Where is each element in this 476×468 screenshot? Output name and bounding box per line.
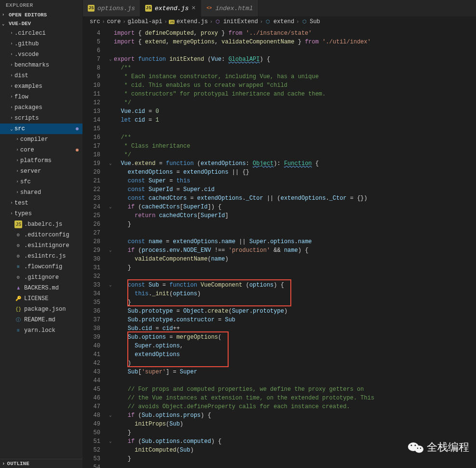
code-line[interactable]: // For props and computed properties, we… xyxy=(114,385,476,394)
fold-icon[interactable]: ⌄ xyxy=(107,203,114,211)
fold-icon[interactable]: ⌄ xyxy=(107,159,114,168)
code-line[interactable]: // avoids Object.defineProperty calls fo… xyxy=(114,402,476,411)
code-line[interactable]: const cachedCtors = extendOptions._Ctor … xyxy=(114,194,476,203)
tree-item[interactable]: ♟BACKERS.md xyxy=(0,283,82,293)
tree-item[interactable]: ›dist xyxy=(0,70,82,81)
code-line[interactable]: import { defineComputed, proxy } from '.… xyxy=(114,29,476,38)
code-line[interactable]: const SuperId = Super.cid xyxy=(114,185,476,194)
breadcrumb-item[interactable]: Sub xyxy=(310,18,320,25)
code-line[interactable]: } xyxy=(114,428,476,437)
tab[interactable]: JSextend.js× xyxy=(140,0,201,16)
code-line[interactable]: if (process.env.NODE_ENV !== 'production… xyxy=(114,246,476,255)
code-line[interactable]: * cid. This enables us to create wrapped… xyxy=(114,81,476,90)
code-editor[interactable]: 4567891011121314151617181920212223242526… xyxy=(83,27,476,468)
outline-section[interactable]: › OUTLINE xyxy=(0,459,82,468)
code-line[interactable]: const name = extendOptions.name || Super… xyxy=(114,237,476,246)
code-line[interactable]: */ xyxy=(114,98,476,107)
tree-item[interactable]: ⚙.gitignore xyxy=(0,272,82,283)
code-line[interactable]: if (Sub.options.props) { xyxy=(114,411,476,420)
tree-item[interactable]: ›packages xyxy=(0,102,82,113)
code-line[interactable]: ) xyxy=(114,359,476,368)
code-line[interactable] xyxy=(114,376,476,385)
code-line[interactable]: initProps(Sub) xyxy=(114,420,476,428)
code-line[interactable]: Sub.options = mergeOptions( xyxy=(114,333,476,342)
code-line[interactable]: } xyxy=(114,298,476,307)
fold-icon[interactable]: ⌄ xyxy=(107,55,114,64)
breadcrumb-item[interactable]: src xyxy=(90,18,100,25)
code-line[interactable]: } xyxy=(114,220,476,229)
code-line[interactable]: * constructors" for prototypal inheritan… xyxy=(114,90,476,98)
tree-item[interactable]: ›test xyxy=(0,198,82,208)
tab[interactable]: <>index.html xyxy=(201,0,258,16)
code-line[interactable]: /** xyxy=(114,64,476,72)
tree-item[interactable]: ›core xyxy=(0,145,82,155)
code-line[interactable]: /** xyxy=(114,133,476,142)
code-line[interactable]: * Class inheritance xyxy=(114,142,476,151)
tree-item[interactable]: ›.circleci xyxy=(0,28,82,39)
breadcrumb-item[interactable]: initExtend xyxy=(223,18,258,25)
code-line[interactable]: Sub.prototype.constructor = Sub xyxy=(114,316,476,324)
fold-icon[interactable]: ⌄ xyxy=(107,281,114,289)
code-line[interactable]: return cachedCtors[SuperId] xyxy=(114,211,476,220)
breadcrumb-item[interactable]: extend.js xyxy=(177,18,208,25)
tree-item[interactable]: ›server xyxy=(0,166,82,177)
tree-item[interactable]: ⚙.eslintrc.js xyxy=(0,251,82,262)
tree-item[interactable]: ›compiler xyxy=(0,134,82,145)
tree-item[interactable]: ⓘREADME.md xyxy=(0,315,82,325)
code-line[interactable]: */ xyxy=(114,151,476,159)
tree-item[interactable]: ›platforms xyxy=(0,155,82,166)
code-line[interactable]: Super.options, xyxy=(114,342,476,350)
code-line[interactable]: validateComponentName(name) xyxy=(114,255,476,263)
tree-item[interactable]: ›examples xyxy=(0,81,82,92)
code-line[interactable]: let cid = 1 xyxy=(114,116,476,124)
tree-item[interactable]: ⚙.editorconfig xyxy=(0,230,82,240)
tree-item[interactable]: {}package.json xyxy=(0,304,82,315)
fold-icon[interactable]: ⌄ xyxy=(107,246,114,255)
fold-icon[interactable]: ⌄ xyxy=(107,411,114,420)
code-line[interactable]: Sub['super'] = Super xyxy=(114,368,476,376)
code-line[interactable] xyxy=(114,46,476,55)
tree-item[interactable]: 🔑LICENSE xyxy=(0,293,82,304)
open-editors-section[interactable]: › OPEN EDITORS xyxy=(0,11,82,19)
code-line[interactable]: extendOptions xyxy=(114,350,476,359)
code-line[interactable]: Vue.extend = function (extendOptions: Ob… xyxy=(114,159,476,168)
code-line[interactable]: } xyxy=(114,263,476,272)
tree-item[interactable]: ›types xyxy=(0,208,82,219)
tree-item[interactable]: ›.github xyxy=(0,39,82,49)
breadcrumb-item[interactable]: core xyxy=(107,18,121,25)
code-line[interactable]: const Super = this xyxy=(114,177,476,185)
code-line[interactable]: Vue.cid = 0 xyxy=(114,107,476,116)
close-icon[interactable]: × xyxy=(191,4,195,12)
tab[interactable]: JSoptions.js xyxy=(83,0,140,16)
code-line[interactable]: this._init(options) xyxy=(114,289,476,298)
project-section[interactable]: ⌄ VUE-DEV xyxy=(0,19,82,28)
tree-item[interactable]: ›scripts xyxy=(0,113,82,124)
fold-icon[interactable]: ⌄ xyxy=(107,437,114,446)
code-line[interactable]: const Sub = function VueComponent (optio… xyxy=(114,281,476,289)
code-line[interactable]: Sub.prototype = Object.create(Super.prot… xyxy=(114,307,476,316)
code-line[interactable] xyxy=(114,229,476,237)
code-line[interactable]: extendOptions = extendOptions || {} xyxy=(114,168,476,177)
code-line[interactable] xyxy=(114,124,476,133)
code-line[interactable]: * Each instance constructor, including V… xyxy=(114,72,476,81)
tree-item[interactable]: ≡.flowconfig xyxy=(0,262,82,272)
tree-item[interactable]: ⌄src xyxy=(0,124,82,134)
code-line[interactable] xyxy=(114,272,476,281)
code-line[interactable]: import { extend, mergeOptions, validateC… xyxy=(114,38,476,46)
tree-item[interactable]: ≡yarn.lock xyxy=(0,325,82,336)
tree-item[interactable]: JS.babelrc.js xyxy=(0,219,82,230)
code-line[interactable]: export function initExtend (Vue: GlobalA… xyxy=(114,55,476,64)
tree-item[interactable]: ⚙.eslintignore xyxy=(0,240,82,251)
breadcrumb-item[interactable]: global-api xyxy=(127,18,162,25)
tree-item[interactable]: ›benchmarks xyxy=(0,60,82,70)
code-content[interactable]: import { defineComputed, proxy } from '.… xyxy=(114,27,476,468)
tree-item[interactable]: ›shared xyxy=(0,187,82,198)
breadcrumb-item[interactable]: extend xyxy=(273,18,294,25)
tree-item[interactable]: ›sfc xyxy=(0,177,82,187)
code-line[interactable]: } xyxy=(114,454,476,463)
tree-item[interactable]: ›.vscode xyxy=(0,49,82,60)
code-line[interactable] xyxy=(114,463,476,468)
code-line[interactable]: Sub.cid = cid++ xyxy=(114,324,476,333)
breadcrumb[interactable]: src›core›global-api›JSextend.js›⬡initExt… xyxy=(83,16,476,27)
code-line[interactable]: // the Vue instances at extension time, … xyxy=(114,394,476,402)
